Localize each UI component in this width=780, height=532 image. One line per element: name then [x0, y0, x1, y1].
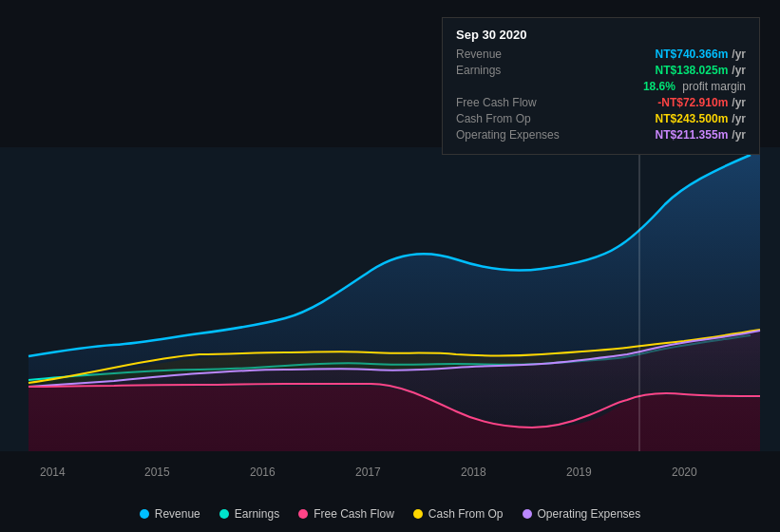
x-label-2014: 2014 [40, 466, 66, 479]
legend-cashop[interactable]: Cash From Op [413, 507, 504, 521]
legend-earnings[interactable]: Earnings [219, 507, 279, 521]
highlight-line [638, 147, 640, 451]
x-label-2019: 2019 [566, 466, 592, 479]
tooltip-earnings-label: Earnings [456, 64, 561, 77]
x-label-2018: 2018 [461, 466, 486, 479]
tooltip-date: Sep 30 2020 [456, 28, 746, 42]
legend-dot-opex [523, 509, 532, 519]
legend-dot-revenue [140, 509, 149, 519]
chart-container: Sep 30 2020 Revenue NT$740.366m/yr Earni… [0, 0, 780, 532]
x-label-2020: 2020 [672, 466, 697, 479]
legend-dot-fcf [298, 509, 308, 519]
tooltip-earnings-value: NT$138.025m/yr [656, 64, 746, 77]
tooltip-revenue-value: NT$740.366m/yr [656, 48, 746, 61]
x-label-2016: 2016 [250, 466, 276, 479]
legend-dot-earnings [219, 509, 229, 519]
tooltip-cashop-label: Cash From Op [456, 112, 561, 125]
legend-revenue[interactable]: Revenue [140, 507, 200, 521]
tooltip-opex-label: Operating Expenses [456, 128, 561, 142]
tooltip-revenue-label: Revenue [456, 48, 561, 61]
tooltip-earnings-row: Earnings NT$138.025m/yr [456, 64, 746, 77]
tooltip-profit-value: 18.6% profit margin [643, 80, 746, 93]
legend-fcf[interactable]: Free Cash Flow [298, 507, 394, 521]
legend-label-cashop: Cash From Op [428, 507, 504, 521]
fcf-fill [29, 387, 760, 451]
tooltip-box: Sep 30 2020 Revenue NT$740.366m/yr Earni… [442, 17, 760, 155]
tooltip-fcf-row: Free Cash Flow -NT$72.910m/yr [456, 96, 746, 109]
tooltip-opex-value: NT$211.355m/yr [656, 128, 746, 142]
legend-opex[interactable]: Operating Expenses [523, 507, 641, 521]
tooltip-revenue-row: Revenue NT$740.366m/yr [456, 48, 746, 61]
tooltip-fcf-label: Free Cash Flow [456, 96, 561, 109]
tooltip-cashop-row: Cash From Op NT$243.500m/yr [456, 112, 746, 125]
tooltip-cashop-value: NT$243.500m/yr [656, 112, 746, 125]
legend-label-revenue: Revenue [155, 507, 200, 521]
x-label-2015: 2015 [144, 466, 170, 479]
tooltip-opex-row: Operating Expenses NT$211.355m/yr [456, 128, 746, 142]
legend-label-earnings: Earnings [235, 507, 279, 521]
legend-dot-cashop [413, 509, 423, 519]
x-label-2017: 2017 [355, 466, 381, 479]
legend-label-opex: Operating Expenses [538, 507, 641, 521]
chart-svg [0, 147, 780, 451]
tooltip-profit-row: 18.6% profit margin [456, 80, 746, 93]
legend: Revenue Earnings Free Cash Flow Cash Fro… [0, 507, 780, 521]
legend-label-fcf: Free Cash Flow [314, 507, 394, 521]
tooltip-fcf-value: -NT$72.910m/yr [657, 96, 746, 109]
